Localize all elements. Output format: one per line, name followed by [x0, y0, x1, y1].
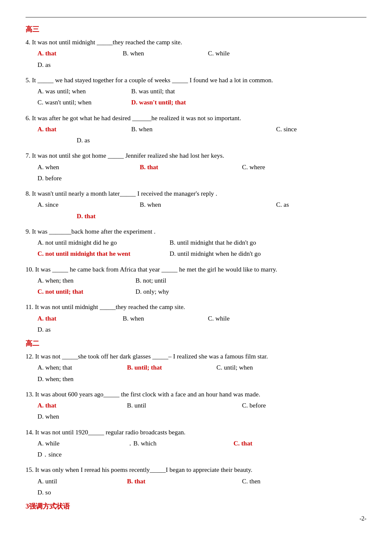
q5-options: A. was until; when B. was until; that C.…	[26, 86, 366, 108]
q12-option-d: D. when; then	[37, 373, 114, 384]
q7-option-a: A. when	[37, 162, 114, 173]
question-7: 7. It was not until she got home _____ J…	[26, 150, 366, 184]
q14-option-d: D．since	[37, 449, 114, 460]
q4-option-a: A. that	[37, 48, 114, 59]
q11-option-c: C. while	[208, 313, 285, 324]
q4-option-b: B. when	[123, 48, 199, 59]
q4-options: A. that B. when C. while D. as	[26, 48, 366, 70]
q7-option-c: C. where	[242, 162, 319, 173]
q10-options-row2: C. not until; that D. only; why	[26, 286, 366, 297]
q12-option-a: A. when; that	[37, 362, 114, 373]
question-6: 6. It was after he got what he had desir…	[26, 113, 366, 146]
q12-text: 12. It was not _____she took off her dar…	[26, 351, 366, 362]
q7-option-d: D. before	[37, 175, 62, 182]
q6-option-d: D. as	[77, 137, 90, 144]
q10-option-a: A. when; then	[37, 275, 114, 286]
q12-options: A. when; that B. until; that C. until; w…	[26, 362, 366, 384]
q15-option-a: A. until	[37, 476, 114, 487]
q7-text: 7. It was not until she got home _____ J…	[26, 150, 366, 161]
question-13: 13. It was about 600 years ago_____ the …	[26, 389, 366, 422]
question-12: 12. It was not _____she took off her dar…	[26, 351, 366, 384]
q10-options: A. when; then B. not; until	[26, 275, 366, 286]
top-divider	[26, 17, 366, 17]
q13-option-b: B. until	[127, 400, 204, 411]
section3-title: 3强调方式状语	[26, 502, 366, 511]
q5-option-d: D. wasn't until; that	[131, 97, 208, 108]
q9-option-a: A. not until midnight did he go	[37, 237, 157, 248]
q11-option-b: B. when	[123, 313, 199, 324]
page-number: -2-	[26, 515, 366, 522]
q6-option-d-row: D. as	[26, 135, 366, 146]
q8-options-row2: D. that	[26, 211, 366, 222]
question-15: 15. It was only when I reread his poems …	[26, 464, 366, 498]
q12-option-b: B. until; that	[127, 362, 204, 373]
q13-option-d: D. when	[37, 411, 114, 422]
question-9: 9. It was _______back home after the exp…	[26, 226, 366, 260]
q13-options: A. that B. until C. before D. when	[26, 400, 366, 422]
q5-option-a: A. was until; when	[37, 86, 114, 97]
question-11: 11. It was not until midnight _____they …	[26, 301, 366, 335]
q6-text: 6. It was after he got what he had desir…	[26, 113, 366, 124]
q4-text: 4. It was not until midnight _____they r…	[26, 37, 366, 48]
question-4: 4. It was not until midnight _____they r…	[26, 37, 366, 70]
q14-text: 14. It was not until 1920_____ regular r…	[26, 427, 366, 438]
q6-option-c: C. since	[276, 124, 353, 135]
q6-options: A. that B. when C. since	[26, 124, 366, 135]
q14-option-a: A. while	[37, 438, 114, 449]
q12-option-c: C. until; when	[216, 362, 293, 373]
q8-option-a: A. since	[37, 199, 114, 210]
q11-option-a: A. that	[37, 313, 114, 324]
q9-options: A. not until midnight did he go B. until…	[26, 237, 366, 260]
q11-options: A. that B. when C. while D. as	[26, 313, 366, 335]
q13-option-c: C. before	[242, 400, 319, 411]
q8-option-b: B. when	[140, 199, 216, 210]
q8-option-c: C. as	[276, 199, 353, 210]
q8-option-d: D. that	[77, 213, 95, 220]
q15-option-b: B. that	[127, 476, 204, 487]
q11-option-d: D. as	[37, 324, 114, 335]
q9-option-b: B. until midnight that he didn't go	[170, 237, 256, 248]
q9-option-c: C. not until midnight that he went	[37, 248, 157, 259]
q6-option-a: A. that	[37, 124, 114, 135]
q6-option-b: B. when	[131, 124, 208, 135]
q4-option-c: C. while	[208, 48, 285, 59]
q14-option-c: C. that	[233, 438, 310, 449]
q14-option-b: ．B. which	[127, 438, 204, 449]
q9-text: 9. It was _______back home after the exp…	[26, 226, 366, 237]
q10-option-b: B. not; until	[135, 275, 212, 286]
q15-option-d: D. so	[37, 487, 114, 498]
q7-options-row2: D. before	[26, 173, 366, 184]
q9-option-d: D. until midnight when he didn't go	[170, 248, 261, 259]
q13-option-a: A. that	[37, 400, 114, 411]
q11-text: 11. It was not until midnight _____they …	[26, 301, 366, 312]
q7-option-b: B. that	[140, 162, 216, 173]
question-8: 8. It wasn't until nearly a month later_…	[26, 188, 366, 222]
q15-text: 15. It was only when I reread his poems …	[26, 464, 366, 475]
section2-title: 高二	[26, 339, 366, 348]
q8-options-row1: A. since B. when C. as	[26, 199, 366, 210]
q7-options-row1: A. when B. that C. where	[26, 162, 366, 173]
q5-option-b: B. was until; that	[131, 86, 208, 97]
q8-text: 8. It wasn't until nearly a month later_…	[26, 188, 366, 199]
q15-option-c: C. then	[242, 476, 319, 487]
q5-text: 5. It _____ we had stayed together for a…	[26, 75, 366, 86]
question-5: 5. It _____ we had stayed together for a…	[26, 75, 366, 108]
question-10: 10. It was _____ he came back from Afric…	[26, 264, 366, 298]
q5-option-c: C. wasn't until; when	[37, 97, 114, 108]
section1-title: 高三	[26, 25, 366, 34]
question-14: 14. It was not until 1920_____ regular r…	[26, 427, 366, 460]
q10-text: 10. It was _____ he came back from Afric…	[26, 264, 366, 275]
q4-option-d: D. as	[37, 59, 114, 70]
q10-option-c: C. not until; that	[37, 286, 114, 297]
q15-options: A. until B. that C. then D. so	[26, 476, 366, 498]
q13-text: 13. It was about 600 years ago_____ the …	[26, 389, 366, 400]
q14-options: A. while ．B. which C. that D．since	[26, 438, 366, 460]
q10-option-d: D. only; why	[135, 286, 212, 297]
